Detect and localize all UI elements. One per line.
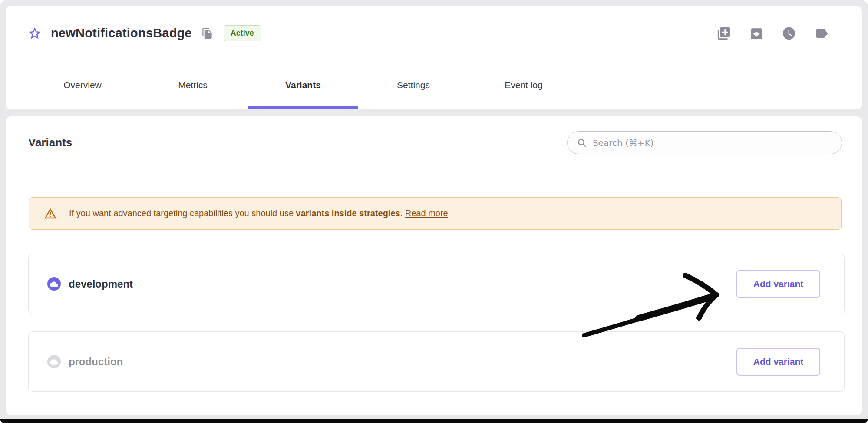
add-variant-button-production[interactable]: Add variant [736, 348, 820, 376]
tab-metrics[interactable]: Metrics [138, 61, 248, 109]
section-title: Variants [28, 136, 72, 149]
variants-card: Variants If you want advanced targeting … [6, 116, 862, 415]
environment-row-development: development Add variant [28, 254, 845, 314]
tab-overview[interactable]: Overview [27, 61, 138, 109]
search-icon [577, 138, 587, 148]
environment-list: development Add variant production Add v… [28, 254, 845, 392]
tab-settings[interactable]: Settings [358, 61, 469, 109]
warning-triangle-icon [44, 207, 57, 220]
history-clock-icon[interactable] [782, 26, 796, 41]
section-divider [6, 169, 862, 169]
status-badge: Active [224, 25, 261, 41]
add-variant-button-development[interactable]: Add variant [736, 270, 820, 298]
environment-name: production [69, 356, 123, 368]
tag-label-icon[interactable] [814, 26, 829, 41]
environment-name: development [69, 278, 133, 290]
cloud-icon [50, 358, 58, 366]
active-tab-underline [248, 106, 358, 109]
search-input[interactable] [593, 138, 833, 148]
copy-name-icon[interactable] [201, 27, 213, 39]
environment-enabled-badge [47, 277, 61, 291]
read-more-link[interactable]: Read more [405, 208, 448, 218]
tab-variants[interactable]: Variants [248, 61, 358, 109]
archive-icon[interactable] [749, 26, 764, 41]
search-box[interactable] [567, 131, 842, 154]
copy-feature-icon[interactable] [716, 26, 731, 41]
feature-title: newNotificationsBadge [51, 26, 192, 40]
window-bottom-edge [0, 419, 868, 423]
feature-toolbar [716, 26, 829, 41]
feature-tabs: Overview Metrics Variants Settings Event… [27, 61, 862, 109]
favorite-star-icon[interactable] [27, 26, 42, 41]
environment-row-production: production Add variant [28, 331, 845, 392]
feature-header: newNotificationsBadge Active [6, 6, 862, 61]
feature-header-card: newNotificationsBadge Active [6, 6, 862, 109]
cloud-icon [50, 280, 58, 288]
environment-disabled-badge [47, 355, 61, 368]
warning-banner: If you want advanced targeting capabilit… [29, 197, 842, 230]
tab-event-log[interactable]: Event log [469, 61, 579, 109]
variants-section-header: Variants [6, 116, 862, 169]
warning-message: If you want advanced targeting capabilit… [69, 208, 448, 218]
app-window: newNotificationsBadge Active [0, 0, 868, 423]
